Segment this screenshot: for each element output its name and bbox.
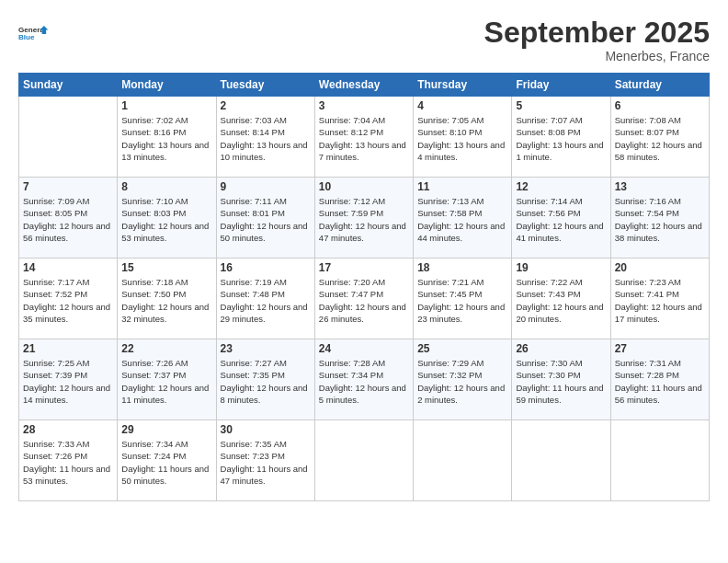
cell-info: Sunrise: 7:22 AMSunset: 7:43 PMDaylight:… (516, 277, 603, 324)
day-number: 10 (319, 180, 409, 193)
day-number: 4 (417, 99, 507, 112)
day-number: 1 (121, 99, 211, 112)
week-row-2: 7 Sunrise: 7:09 AMSunset: 8:05 PMDayligh… (19, 178, 710, 259)
cell-info: Sunrise: 7:28 AMSunset: 7:34 PMDaylight:… (319, 358, 406, 405)
cell-info: Sunrise: 7:35 AMSunset: 7:23 PMDaylight:… (221, 439, 308, 486)
day-number: 26 (516, 342, 606, 355)
week-row-1: 1 Sunrise: 7:02 AMSunset: 8:16 PMDayligh… (19, 97, 710, 178)
day-number: 9 (221, 180, 311, 193)
cell-info: Sunrise: 7:02 AMSunset: 8:16 PMDaylight:… (121, 115, 209, 162)
cell-w3-d4: 17 Sunrise: 7:20 AMSunset: 7:47 PMDaylig… (314, 259, 413, 339)
cell-w1-d3: 2 Sunrise: 7:03 AMSunset: 8:14 PMDayligh… (216, 97, 314, 178)
col-friday: Friday (512, 74, 610, 97)
cell-w3-d5: 18 Sunrise: 7:21 AMSunset: 7:45 PMDaylig… (414, 259, 512, 339)
cell-info: Sunrise: 7:12 AMSunset: 7:59 PMDaylight:… (319, 196, 406, 243)
cell-w1-d7: 6 Sunrise: 7:08 AMSunset: 8:07 PMDayligh… (610, 97, 709, 178)
logo-svg: General Blue (18, 17, 51, 50)
cell-info: Sunrise: 7:25 AMSunset: 7:39 PMDaylight:… (23, 358, 110, 405)
day-number: 7 (23, 180, 113, 193)
svg-text:General: General (18, 26, 46, 34)
cell-w4-d5: 25 Sunrise: 7:29 AMSunset: 7:32 PMDaylig… (414, 339, 512, 420)
cell-w4-d7: 27 Sunrise: 7:31 AMSunset: 7:28 PMDaylig… (610, 339, 709, 420)
cell-info: Sunrise: 7:21 AMSunset: 7:45 PMDaylight:… (417, 277, 505, 324)
cell-info: Sunrise: 7:17 AMSunset: 7:52 PMDaylight:… (23, 277, 110, 324)
day-number: 28 (23, 423, 113, 436)
day-number: 22 (121, 342, 211, 355)
cell-w5-d1: 28 Sunrise: 7:33 AMSunset: 7:26 PMDaylig… (19, 420, 118, 501)
month-title: September 2025 (484, 17, 710, 49)
day-number: 30 (221, 423, 311, 436)
cell-info: Sunrise: 7:26 AMSunset: 7:37 PMDaylight:… (121, 358, 209, 405)
day-number: 6 (615, 99, 705, 112)
cell-info: Sunrise: 7:31 AMSunset: 7:28 PMDaylight:… (615, 358, 702, 405)
week-row-5: 28 Sunrise: 7:33 AMSunset: 7:26 PMDaylig… (19, 420, 710, 501)
cell-w1-d1 (19, 97, 118, 178)
day-number: 19 (516, 261, 606, 274)
day-number: 11 (417, 180, 507, 193)
day-number: 5 (516, 99, 606, 112)
cell-info: Sunrise: 7:07 AMSunset: 8:08 PMDaylight:… (516, 115, 603, 162)
week-row-3: 14 Sunrise: 7:17 AMSunset: 7:52 PMDaylig… (19, 259, 710, 339)
col-tuesday: Tuesday (216, 74, 314, 97)
day-number: 14 (23, 261, 113, 274)
cell-info: Sunrise: 7:05 AMSunset: 8:10 PMDaylight:… (417, 115, 505, 162)
cell-w4-d6: 26 Sunrise: 7:30 AMSunset: 7:30 PMDaylig… (512, 339, 610, 420)
cell-w1-d4: 3 Sunrise: 7:04 AMSunset: 8:12 PMDayligh… (314, 97, 413, 178)
day-number: 13 (615, 180, 705, 193)
week-row-4: 21 Sunrise: 7:25 AMSunset: 7:39 PMDaylig… (19, 339, 710, 420)
cell-w5-d4 (314, 420, 413, 501)
cell-info: Sunrise: 7:16 AMSunset: 7:54 PMDaylight:… (615, 196, 702, 243)
cell-w3-d7: 20 Sunrise: 7:23 AMSunset: 7:41 PMDaylig… (610, 259, 709, 339)
day-number: 24 (319, 342, 409, 355)
cell-info: Sunrise: 7:29 AMSunset: 7:32 PMDaylight:… (417, 358, 505, 405)
cell-w3-d3: 16 Sunrise: 7:19 AMSunset: 7:48 PMDaylig… (216, 259, 314, 339)
cell-info: Sunrise: 7:34 AMSunset: 7:24 PMDaylight:… (121, 439, 209, 486)
cell-info: Sunrise: 7:08 AMSunset: 8:07 PMDaylight:… (615, 115, 702, 162)
cell-w5-d3: 30 Sunrise: 7:35 AMSunset: 7:23 PMDaylig… (216, 420, 314, 501)
cell-info: Sunrise: 7:33 AMSunset: 7:26 PMDaylight:… (23, 439, 110, 486)
day-number: 2 (221, 99, 311, 112)
day-number: 23 (221, 342, 311, 355)
cell-w1-d5: 4 Sunrise: 7:05 AMSunset: 8:10 PMDayligh… (414, 97, 512, 178)
cell-info: Sunrise: 7:14 AMSunset: 7:56 PMDaylight:… (516, 196, 603, 243)
location: Menerbes, France (484, 49, 710, 63)
col-thursday: Thursday (414, 74, 512, 97)
cell-w4-d3: 23 Sunrise: 7:27 AMSunset: 7:35 PMDaylig… (216, 339, 314, 420)
day-number: 21 (23, 342, 113, 355)
cell-w4-d1: 21 Sunrise: 7:25 AMSunset: 7:39 PMDaylig… (19, 339, 118, 420)
cell-w2-d5: 11 Sunrise: 7:13 AMSunset: 7:58 PMDaylig… (414, 178, 512, 259)
cell-w5-d2: 29 Sunrise: 7:34 AMSunset: 7:24 PMDaylig… (118, 420, 216, 501)
cell-info: Sunrise: 7:13 AMSunset: 7:58 PMDaylight:… (417, 196, 505, 243)
svg-text:Blue: Blue (18, 33, 35, 41)
day-number: 25 (417, 342, 507, 355)
cell-w5-d6 (512, 420, 610, 501)
cell-info: Sunrise: 7:20 AMSunset: 7:47 PMDaylight:… (319, 277, 406, 324)
cell-w5-d7 (610, 420, 709, 501)
col-sunday: Sunday (19, 74, 118, 97)
cell-w1-d2: 1 Sunrise: 7:02 AMSunset: 8:16 PMDayligh… (118, 97, 216, 178)
cell-info: Sunrise: 7:03 AMSunset: 8:14 PMDaylight:… (221, 115, 308, 162)
cell-w2-d3: 9 Sunrise: 7:11 AMSunset: 8:01 PMDayligh… (216, 178, 314, 259)
col-monday: Monday (118, 74, 216, 97)
day-number: 18 (417, 261, 507, 274)
cell-info: Sunrise: 7:23 AMSunset: 7:41 PMDaylight:… (615, 277, 702, 324)
cell-w3-d2: 15 Sunrise: 7:18 AMSunset: 7:50 PMDaylig… (118, 259, 216, 339)
col-wednesday: Wednesday (314, 74, 413, 97)
cell-w3-d1: 14 Sunrise: 7:17 AMSunset: 7:52 PMDaylig… (19, 259, 118, 339)
cell-w2-d7: 13 Sunrise: 7:16 AMSunset: 7:54 PMDaylig… (610, 178, 709, 259)
day-number: 3 (319, 99, 409, 112)
cell-info: Sunrise: 7:27 AMSunset: 7:35 PMDaylight:… (221, 358, 308, 405)
logo: General Blue (18, 17, 51, 50)
cell-info: Sunrise: 7:30 AMSunset: 7:30 PMDaylight:… (516, 358, 603, 405)
header-row: Sunday Monday Tuesday Wednesday Thursday… (19, 74, 710, 97)
cell-w2-d1: 7 Sunrise: 7:09 AMSunset: 8:05 PMDayligh… (19, 178, 118, 259)
day-number: 27 (615, 342, 705, 355)
day-number: 8 (121, 180, 211, 193)
cell-info: Sunrise: 7:04 AMSunset: 8:12 PMDaylight:… (319, 115, 406, 162)
cell-w5-d5 (414, 420, 512, 501)
day-number: 16 (221, 261, 311, 274)
cell-w2-d2: 8 Sunrise: 7:10 AMSunset: 8:03 PMDayligh… (118, 178, 216, 259)
cell-w2-d4: 10 Sunrise: 7:12 AMSunset: 7:59 PMDaylig… (314, 178, 413, 259)
day-number: 12 (516, 180, 606, 193)
cell-w2-d6: 12 Sunrise: 7:14 AMSunset: 7:56 PMDaylig… (512, 178, 610, 259)
